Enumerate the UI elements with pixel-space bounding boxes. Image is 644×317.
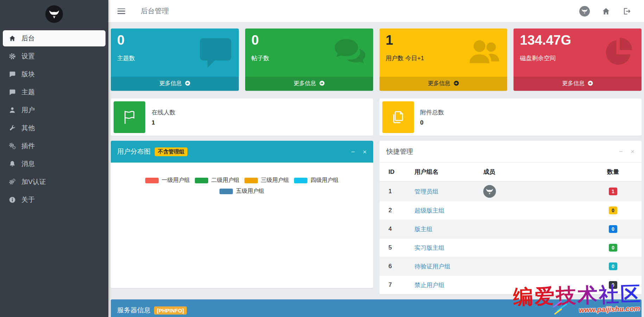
sidebar-item-plugins[interactable]: 插件 <box>3 138 106 154</box>
count-badge: 0 <box>609 207 617 214</box>
panel-title: 服务器信息 <box>117 306 151 315</box>
sidebar-item-label: 设置 <box>21 52 35 61</box>
sidebar: 后台 设置 版块 <box>0 0 108 317</box>
more-info-link[interactable]: 更多信息 <box>111 77 239 91</box>
sidebar-item-users[interactable]: 用户 <box>3 102 106 118</box>
close-icon[interactable]: × <box>363 148 366 155</box>
group-link[interactable]: 超级版主组 <box>415 207 445 214</box>
close-icon[interactable]: × <box>631 148 635 155</box>
users-icon <box>468 36 500 70</box>
table-row: 1 管理员组 1 <box>380 182 642 201</box>
table-row: 7 禁止用户组 0 <box>380 276 642 294</box>
sidebar-item-label: 主题 <box>21 88 35 97</box>
panels-row: 用户分布图 不含管理组 − × 一级用户组 <box>111 141 642 294</box>
gears-icon <box>8 142 17 150</box>
legend-item[interactable]: 三级用户组 <box>244 177 289 184</box>
legend-swatch <box>195 178 208 183</box>
main-area: 后台管理 0 主题数 <box>108 0 644 317</box>
table-row: 4 版主组 0 <box>380 220 642 239</box>
info-label: 附件总数 <box>420 108 444 116</box>
legend-item[interactable]: 四级用户组 <box>294 177 339 184</box>
minimize-icon[interactable]: − <box>620 307 624 314</box>
user-icon <box>8 106 17 114</box>
group-link[interactable]: 待验证用户组 <box>415 263 451 270</box>
sidebar-item-verification[interactable]: 加V认证 <box>3 174 106 190</box>
close-icon[interactable]: × <box>631 307 635 314</box>
gear-icon <box>8 52 17 60</box>
brand-avatar-icon[interactable] <box>579 6 590 17</box>
panel-badge: 不含管理组 <box>155 147 187 156</box>
count-badge: 0 <box>609 244 617 252</box>
content-area: 0 主题数 更多信息 0 <box>108 23 644 317</box>
sidebar-item-label: 插件 <box>21 141 35 151</box>
legend-swatch <box>244 178 258 183</box>
legend-item[interactable]: 一级用户组 <box>145 177 190 184</box>
chart-legend-row: 五级用户组 <box>111 188 373 195</box>
sidebar-toggle-icon[interactable] <box>117 8 125 14</box>
top-navbar: 后台管理 <box>108 0 644 23</box>
sidebar-menu: 后台 设置 版块 <box>0 28 108 212</box>
sidebar-item-label: 消息 <box>21 159 35 169</box>
stat-box-topics: 0 主题数 更多信息 <box>111 28 239 91</box>
group-link[interactable]: 禁止用户组 <box>415 282 445 289</box>
panel-header: 快捷管理 − × <box>380 141 642 163</box>
legend-item[interactable]: 五级用户组 <box>219 188 264 195</box>
legend-swatch <box>145 178 159 183</box>
stat-box-posts: 0 帖子数 更多信息 <box>245 28 373 91</box>
bell-icon <box>8 160 17 168</box>
count-badge: 0 <box>609 225 617 233</box>
sidebar-brand[interactable] <box>0 0 108 28</box>
group-link[interactable]: 管理员组 <box>415 188 439 195</box>
info-box-attachments: 附件总数 0 <box>380 99 642 136</box>
table-row: 2 超级版主组 0 <box>380 201 642 220</box>
arrow-circle-icon <box>319 81 325 87</box>
group-link[interactable]: 版主组 <box>415 226 433 233</box>
column-header-groupname: 用户组名 <box>411 163 480 182</box>
sidebar-item-about[interactable]: 关于 <box>3 192 106 208</box>
sidebar-item-label: 用户 <box>21 106 35 115</box>
more-info-link[interactable]: 更多信息 <box>245 77 373 91</box>
sign-out-icon[interactable] <box>622 7 631 15</box>
comment-icon <box>8 70 17 78</box>
sidebar-item-label: 关于 <box>21 195 35 204</box>
table-row: 6 待验证用户组 0 <box>380 257 642 276</box>
stat-box-disk: 134.47G 磁盘剩余空间 更多信息 <box>514 28 642 91</box>
arrow-circle-icon <box>185 81 190 87</box>
panel-tools: − × <box>351 148 366 155</box>
member-avatar <box>483 185 496 198</box>
count-badge: 0 <box>609 281 617 289</box>
user-groups-table: ID 用户组名 成员 数量 1 管理员组 <box>380 163 642 294</box>
phpinfo-badge[interactable]: [PHPINFO] <box>154 306 187 315</box>
sidebar-item-label: 版块 <box>21 70 35 79</box>
more-info-link[interactable]: 更多信息 <box>514 77 642 91</box>
sidebar-item-messages[interactable]: 消息 <box>3 156 106 172</box>
sidebar-item-settings[interactable]: 设置 <box>3 48 106 64</box>
group-link[interactable]: 实习版主组 <box>415 245 445 251</box>
page-title: 后台管理 <box>141 6 169 16</box>
admin-dashboard: 后台 设置 版块 <box>0 0 644 317</box>
more-info-link[interactable]: 更多信息 <box>380 77 508 91</box>
column-header-count: 数量 <box>596 163 642 182</box>
sidebar-item-forums[interactable]: 版块 <box>3 66 106 82</box>
sidebar-item-topics[interactable]: 主题 <box>3 84 106 100</box>
legend-item[interactable]: 二级用户组 <box>195 177 240 184</box>
column-header-members: 成员 <box>480 163 596 182</box>
info-box-online: 在线人数 1 <box>111 99 373 136</box>
minimize-icon[interactable]: − <box>351 148 355 155</box>
navbar-actions <box>579 6 635 17</box>
count-badge: 1 <box>609 188 617 195</box>
minimize-icon[interactable]: − <box>619 148 623 155</box>
arrow-circle-icon <box>588 81 593 87</box>
info-label: 在线人数 <box>152 108 176 116</box>
sidebar-item-dashboard[interactable]: 后台 <box>3 30 106 46</box>
flag-icon <box>114 101 145 133</box>
info-box-row: 在线人数 1 附件总数 0 <box>111 99 642 136</box>
arrow-circle-icon <box>454 81 459 87</box>
info-circle-icon <box>8 196 17 204</box>
quick-manage-panel: 快捷管理 − × ID 用户组名 成员 数量 <box>380 141 642 294</box>
home-icon[interactable] <box>602 7 610 15</box>
info-value: 0 <box>420 119 444 126</box>
comment-icon <box>8 88 17 96</box>
sidebar-item-other[interactable]: 其他 <box>3 120 106 136</box>
pie-chart-icon <box>602 36 635 70</box>
